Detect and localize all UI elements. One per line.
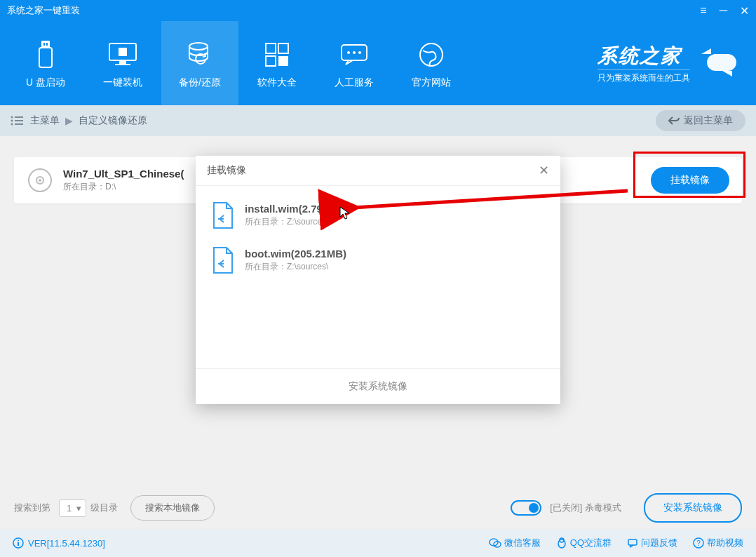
- brand-subtitle: 只为重装系统而生的工具: [598, 69, 690, 84]
- svg-point-22: [11, 123, 13, 126]
- window-controls: ≡ ─ ✕: [700, 4, 749, 18]
- svg-point-8: [189, 43, 208, 50]
- svg-rect-10: [278, 43, 288, 53]
- status-bar: VER[11.5.44.1230] 微信客服 QQ交流群 问题反馈 ? 帮助视频: [0, 529, 756, 557]
- depth-select[interactable]: 1 ▾: [59, 499, 86, 517]
- svg-rect-28: [18, 542, 19, 546]
- feedback-icon: [627, 537, 638, 549]
- svg-rect-2: [43, 43, 45, 46]
- apps-grid-icon: [263, 37, 291, 72]
- svg-rect-0: [41, 41, 50, 48]
- mount-image-modal: 挂载镜像 ✕ install.wim(2.79GB) 所在目录：Z:\sourc…: [196, 156, 560, 404]
- svg-rect-1: [39, 48, 52, 67]
- search-depth-label: 搜索到第: [14, 502, 50, 514]
- usb-icon: [35, 37, 56, 72]
- disc-icon: [27, 167, 53, 194]
- svg-rect-11: [266, 56, 276, 66]
- file-icon: [211, 246, 235, 274]
- list-icon: [11, 116, 23, 126]
- modal-close-button[interactable]: ✕: [539, 163, 549, 178]
- svg-rect-7: [119, 48, 127, 56]
- svg-rect-5: [119, 60, 126, 64]
- main-toolbar: U 盘启动 一键装机 备份/还原 软件大全 人工服务 官方网站 系统之家 只为重…: [0, 21, 756, 105]
- wim-item-boot[interactable]: boot.wim(205.21MB) 所在目录：Z:\sources\: [196, 238, 560, 283]
- nav-usb-boot[interactable]: U 盘启动: [7, 21, 84, 105]
- depth-suffix: 级目录: [90, 502, 118, 514]
- svg-rect-23: [15, 123, 23, 125]
- brand-title: 系统之家: [598, 43, 690, 69]
- svg-rect-6: [115, 64, 130, 65]
- mount-image-button[interactable]: 挂载镜像: [651, 167, 729, 194]
- breadcrumb-bar: 主菜单 ▶ 自定义镜像还原 返回主菜单: [0, 105, 756, 136]
- svg-rect-9: [266, 43, 276, 53]
- breadcrumb-current: 自定义镜像还原: [79, 114, 147, 127]
- chat-icon: [339, 37, 370, 72]
- database-refresh-icon: [186, 37, 214, 72]
- svg-rect-12: [278, 56, 288, 66]
- back-main-menu-button[interactable]: 返回主菜单: [656, 110, 745, 131]
- file-icon: [211, 201, 235, 229]
- nav-backup-restore[interactable]: 备份/还原: [161, 21, 238, 105]
- wim-path: 所在目录：Z:\sources\: [245, 216, 342, 228]
- undo-icon: [668, 116, 680, 126]
- wim-name: boot.wim(205.21MB): [245, 248, 346, 260]
- nav-website[interactable]: 官方网站: [393, 21, 470, 105]
- version-info[interactable]: VER[11.5.44.1230]: [13, 537, 105, 549]
- nav-support[interactable]: 人工服务: [316, 21, 393, 105]
- wim-item-install[interactable]: install.wim(2.79GB) 所在目录：Z:\sources\: [196, 193, 560, 238]
- svg-rect-21: [15, 120, 23, 121]
- feedback-link[interactable]: 问题反馈: [627, 537, 677, 549]
- svg-point-14: [347, 51, 350, 54]
- bottom-bar: 搜索到第 1 ▾ 级目录 搜索本地镜像 [已关闭] 杀毒模式 安装系统镜像: [0, 487, 756, 529]
- chevron-down-icon: ▾: [76, 503, 81, 514]
- svg-point-16: [358, 51, 361, 54]
- svg-point-26: [39, 179, 41, 182]
- toggle-label: [已关闭] 杀毒模式: [550, 502, 621, 514]
- nav-one-click[interactable]: 一键装机: [84, 21, 161, 105]
- app-title: 系统之家一键重装: [7, 4, 700, 17]
- info-icon: [13, 537, 24, 549]
- monitor-icon: [107, 37, 139, 72]
- close-icon[interactable]: ✕: [740, 4, 749, 18]
- wim-path: 所在目录：Z:\sources\: [245, 261, 346, 273]
- qq-group-link[interactable]: QQ交流群: [556, 537, 612, 549]
- globe-icon: [417, 37, 445, 72]
- svg-rect-19: [15, 116, 23, 118]
- titlebar: 系统之家一键重装 ≡ ─ ✕: [0, 0, 756, 21]
- minimize-icon[interactable]: ─: [720, 4, 727, 17]
- svg-rect-34: [628, 539, 637, 545]
- wechat-support-link[interactable]: 微信客服: [489, 537, 541, 549]
- svg-rect-3: [46, 43, 48, 46]
- wim-name: install.wim(2.79GB): [245, 203, 342, 215]
- svg-point-15: [353, 51, 356, 54]
- antivirus-toggle[interactable]: [511, 500, 541, 516]
- svg-point-20: [11, 120, 13, 122]
- brand-logo-icon: [697, 46, 742, 81]
- modal-install-button[interactable]: 安装系统镜像: [196, 368, 560, 404]
- qq-icon: [556, 537, 567, 549]
- modal-title: 挂载镜像: [207, 164, 539, 177]
- help-video-link[interactable]: ? 帮助视频: [693, 537, 743, 549]
- install-system-button[interactable]: 安装系统镜像: [644, 493, 742, 523]
- nav-software[interactable]: 软件大全: [238, 21, 316, 105]
- svg-point-18: [11, 116, 13, 119]
- breadcrumb-root[interactable]: 主菜单: [30, 114, 60, 127]
- menu-icon[interactable]: ≡: [700, 4, 706, 17]
- chevron-right-icon: ▶: [65, 115, 73, 126]
- search-local-button[interactable]: 搜索本地镜像: [130, 495, 215, 521]
- svg-point-17: [420, 43, 443, 66]
- help-icon: ?: [693, 537, 704, 549]
- svg-text:?: ?: [696, 539, 701, 547]
- brand: 系统之家 只为重装系统而生的工具: [598, 43, 749, 84]
- wechat-icon: [489, 537, 501, 549]
- svg-point-29: [18, 540, 19, 542]
